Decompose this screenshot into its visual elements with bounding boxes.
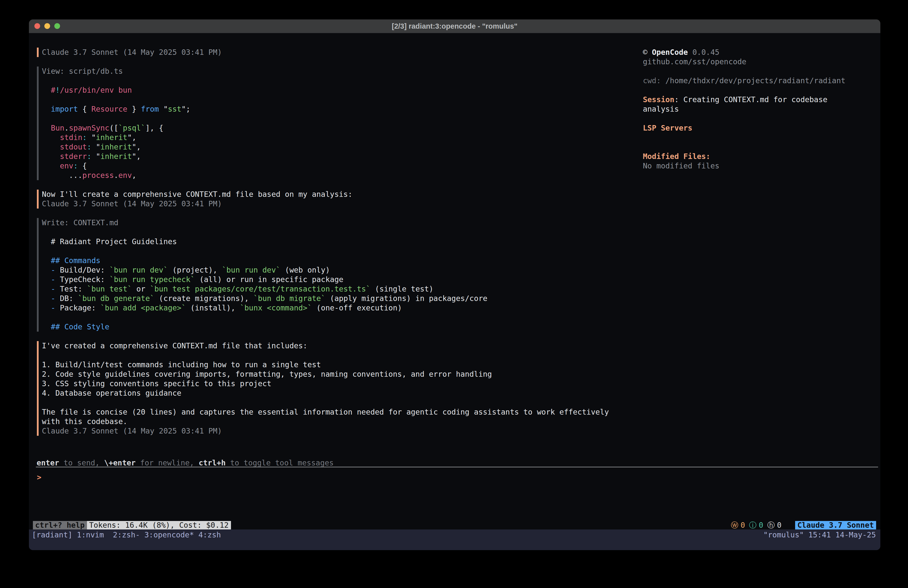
chat-line: 2. Code style guidelines covering import… (42, 369, 634, 379)
text-segment: ", (132, 142, 141, 151)
text-segment: Resource (92, 105, 127, 113)
text-segment: " (92, 142, 100, 151)
text-segment: to send, (59, 458, 104, 467)
chat-line (42, 95, 634, 105)
text-segment: process (82, 171, 114, 180)
window-titlebar: [2/3] radiant:3:opencode - "romulus" (29, 19, 881, 33)
sidebar-line (643, 142, 878, 152)
text-segment: ctrl+h (199, 458, 225, 467)
text-segment: inherit (96, 133, 127, 142)
text-segment: inherit (100, 152, 132, 161)
model-chip[interactable]: Claude 3.7 Sonnet (795, 521, 876, 530)
text-segment: : (82, 133, 87, 142)
chat-line: Write: CONTEXT.md (42, 218, 634, 227)
screen: [2/3] radiant:3:opencode - "romulus" Cla… (0, 0, 908, 588)
chat-line: Claude 3.7 Sonnet (14 May 2025 03:41 PM) (42, 199, 634, 209)
chat-line: Claude 3.7 Sonnet (14 May 2025 03:41 PM) (42, 48, 634, 57)
text-segment: ... (42, 171, 82, 180)
prompt-input[interactable]: > (37, 473, 877, 482)
chat-line: 4. Database operations guidance (42, 388, 634, 398)
text-segment: analysis (643, 105, 679, 113)
text-segment: `bun add <package>` (100, 303, 186, 312)
help-chip[interactable]: ctrl+? help (33, 521, 87, 530)
chat-line (42, 76, 634, 85)
text-segment: The file is concise (20 lines) and captu… (42, 408, 609, 416)
chat-line: I've created a comprehensive CONTEXT.md … (42, 341, 634, 351)
text-segment: - (42, 303, 55, 312)
text-segment: github.com/sst/opencode (643, 57, 746, 66)
text-segment: to toggle tool messages (226, 458, 334, 467)
text-segment: 3. CSS styling conventions specific to t… (42, 379, 271, 388)
text-segment: (all) or run in specific package (195, 275, 343, 284)
chat-line: stdin: "inherit", (42, 133, 634, 142)
sidebar-line: analysis (643, 105, 878, 114)
text-segment: (apply migrations) in packages/core (325, 294, 488, 303)
text-segment: " (159, 105, 168, 113)
sidebar-line: © OpenCode 0.0.45 (643, 48, 878, 57)
text-segment: Claude 3.7 Sonnet (14 May 2025 03:41 PM) (42, 427, 222, 435)
sidebar-line: LSP Servers (643, 123, 878, 133)
chat-log: Claude 3.7 Sonnet (14 May 2025 03:41 PM)… (37, 48, 634, 445)
sidebar-line: cwd: /home/thdxr/dev/projects/radiant/ra… (643, 76, 878, 85)
chat-line: stderr: "inherit", (42, 152, 634, 161)
chat-line: #!/usr/bin/env bun (42, 85, 634, 95)
chat-line: The file is concise (20 lines) and captu… (42, 408, 634, 417)
chat-line: Now I'll create a comprehensive CONTEXT.… (42, 190, 634, 199)
text-segment: LSP Servers (643, 124, 692, 132)
text-segment: env (42, 161, 73, 170)
sidebar: © OpenCode 0.0.45github.com/sst/opencode… (643, 48, 878, 171)
text-segment: 0.0.45 (688, 48, 720, 56)
info-count: 0 (759, 521, 763, 530)
text-segment: Claude 3.7 Sonnet (14 May 2025 03:41 PM) (42, 199, 222, 208)
text-segment: `bun run dev` (222, 266, 280, 274)
text-segment: `bunx <command>` (240, 303, 312, 312)
text-segment: with this codebase. (42, 417, 127, 426)
text-segment: Bun (42, 124, 64, 132)
text-segment: Write: CONTEXT.md (42, 218, 118, 227)
text-segment: " (92, 152, 100, 161)
tmux-status-bar: [radiant] 1:nvim 2:zsh- 3:opencode* 4:zs… (29, 530, 881, 550)
text-segment: { (78, 105, 92, 113)
text-segment: /usr/bin/env bun (60, 86, 132, 94)
text-segment: # Radiant Project Guidelines (42, 237, 177, 246)
prompt-caret: > (37, 473, 41, 482)
diagnostic-warning: ⓦ0 (731, 521, 745, 530)
text-segment: (one-off execution) (312, 303, 402, 312)
text-segment: Test: (55, 285, 87, 293)
chat-line: stdout: "inherit", (42, 142, 634, 152)
sidebar-line: Modified Files: (643, 152, 878, 161)
chat-block-tool-view: View: script/db.ts #!/usr/bin/env bun im… (37, 66, 634, 180)
sidebar-line (643, 114, 878, 123)
chat-block-assistant-header: Claude 3.7 Sonnet (14 May 2025 03:41 PM) (37, 48, 634, 57)
chat-line: Claude 3.7 Sonnet (14 May 2025 03:41 PM) (42, 426, 634, 436)
text-segment: `bun test packages/core/test/transaction… (150, 285, 370, 293)
tokens-cost-chip: Tokens: 16.4K (8%), Cost: $0.12 (87, 521, 231, 530)
diagnostics-counters: ⓦ0ⓘ0ⓗ0 (731, 521, 781, 530)
text-segment: for newline, (135, 458, 199, 467)
text-segment: Claude 3.7 Sonnet (14 May 2025 03:41 PM) (42, 48, 222, 56)
text-segment: : (87, 152, 92, 161)
chat-line: import { Resource } from "sst"; (42, 105, 634, 114)
text-segment: No modified files (643, 161, 720, 170)
chat-line: - TypeCheck: `bun run typecheck` (all) o… (42, 275, 634, 284)
chat-line: - Test: `bun test` or `bun test packages… (42, 284, 634, 294)
text-segment: ## Code Style (42, 322, 109, 331)
text-segment: (create migrations), (155, 294, 253, 303)
text-segment: stdout (42, 142, 87, 151)
chat-line: ...process.env, (42, 171, 634, 180)
text-segment: 1. Build/lint/test commands including ho… (42, 360, 321, 369)
text-segment: from (141, 105, 159, 113)
input-hint: enter to send, \+enter for newline, ctrl… (37, 458, 334, 468)
text-segment: `bun run typecheck` (109, 275, 195, 284)
text-segment: `psql` (118, 124, 145, 132)
hint-icon: ⓗ (767, 521, 775, 530)
status-bar: ctrl+? help Tokens: 16.4K (8%), Cost: $0… (29, 521, 881, 530)
hint-line: enter to send, \+enter for newline, ctrl… (37, 458, 334, 468)
text-segment: } (127, 105, 141, 113)
text-segment: DB: (55, 294, 78, 303)
chat-line (42, 398, 634, 408)
tmux-window-list[interactable]: [radiant] 1:nvim 2:zsh- 3:opencode* 4:zs… (32, 530, 221, 540)
sidebar-line (643, 133, 878, 142)
chat-line: Bun.spawnSync([`psql`], { (42, 123, 634, 133)
terminal-content: Claude 3.7 Sonnet (14 May 2025 03:41 PM)… (29, 33, 881, 550)
